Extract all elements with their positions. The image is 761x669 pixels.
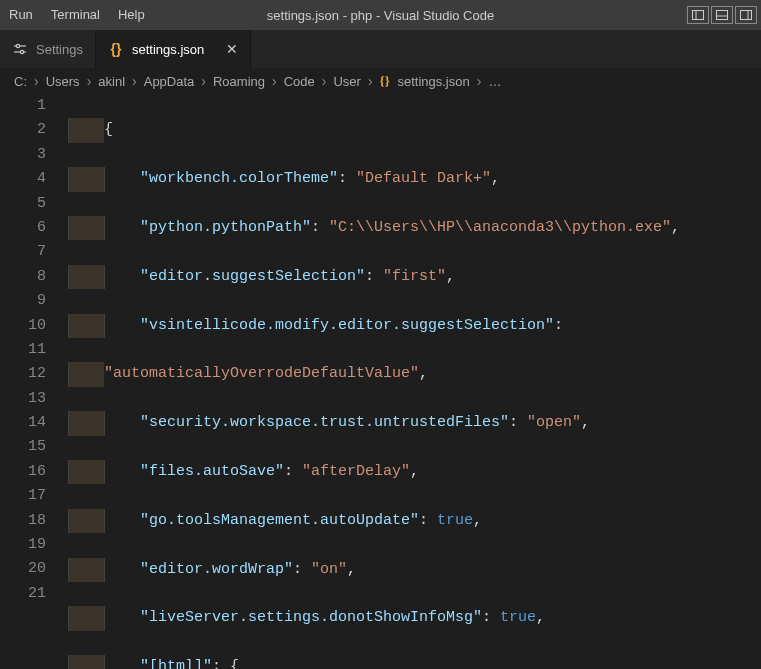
svg-point-7: [16, 44, 19, 47]
layout-btn-2[interactable]: [711, 6, 733, 24]
line-number: 3: [0, 143, 46, 167]
layout-btn-3[interactable]: [735, 6, 757, 24]
line-number: 18: [0, 509, 46, 533]
tab-label: Settings: [36, 42, 83, 57]
menu-bar: Run Terminal Help: [0, 0, 154, 30]
line-number: 5: [0, 192, 46, 216]
chevron-right-icon: ›: [82, 73, 97, 89]
layout-btn-1[interactable]: [687, 6, 709, 24]
line-number: 2: [0, 118, 46, 142]
line-number: 9: [0, 289, 46, 313]
svg-rect-0: [693, 11, 704, 20]
crumb-file[interactable]: settings.json: [397, 74, 469, 89]
line-number: 15: [0, 435, 46, 459]
line-number: 12: [0, 362, 46, 386]
crumb-c[interactable]: C:: [14, 74, 27, 89]
line-number: 20: [0, 557, 46, 581]
tab-label: settings.json: [132, 42, 204, 57]
menu-help[interactable]: Help: [109, 0, 154, 30]
json-braces-icon: {}: [108, 41, 124, 57]
crumb-user[interactable]: User: [333, 74, 360, 89]
breadcrumb: C:› Users› akinl› AppData› Roaming› Code…: [0, 68, 761, 94]
editor-area[interactable]: 1 2 3 4 5 6 7 8 9 10 11 12 13 14 15 16 1…: [0, 94, 761, 669]
chevron-right-icon: ›: [363, 73, 378, 89]
titlebar: Run Terminal Help settings.json - php - …: [0, 0, 761, 30]
window-controls: [687, 6, 761, 24]
line-number: 14: [0, 411, 46, 435]
line-number: 11: [0, 338, 46, 362]
window-title: settings.json - php - Visual Studio Code: [267, 8, 494, 23]
settings-sliders-icon: [12, 41, 28, 57]
line-number: 6: [0, 216, 46, 240]
line-number: 7: [0, 240, 46, 264]
close-tab-icon[interactable]: ✕: [226, 41, 238, 57]
line-gutter: 1 2 3 4 5 6 7 8 9 10 11 12 13 14 15 16 1…: [0, 94, 68, 669]
code-content[interactable]: { "workbench.colorTheme": "Default Dark+…: [68, 94, 680, 669]
crumb-users[interactable]: Users: [46, 74, 80, 89]
chevron-right-icon: ›: [472, 73, 487, 89]
chevron-right-icon: ›: [29, 73, 44, 89]
line-number: 13: [0, 387, 46, 411]
svg-point-9: [20, 50, 23, 53]
crumb-roaming[interactable]: Roaming: [213, 74, 265, 89]
tab-bar: Settings {} settings.json ✕: [0, 30, 761, 68]
line-number: 1: [0, 94, 46, 118]
line-number: 10: [0, 314, 46, 338]
crumb-more[interactable]: …: [488, 74, 501, 89]
chevron-right-icon: ›: [127, 73, 142, 89]
line-number: 19: [0, 533, 46, 557]
line-number: 8: [0, 265, 46, 289]
crumb-appdata[interactable]: AppData: [144, 74, 195, 89]
line-number: 21: [0, 582, 46, 606]
line-number: 16: [0, 460, 46, 484]
chevron-right-icon: ›: [267, 73, 282, 89]
line-number: 17: [0, 484, 46, 508]
line-number: 4: [0, 167, 46, 191]
crumb-akinl[interactable]: akinl: [98, 74, 125, 89]
svg-rect-4: [741, 11, 752, 20]
crumb-code[interactable]: Code: [284, 74, 315, 89]
tab-settings[interactable]: Settings: [0, 30, 96, 68]
chevron-right-icon: ›: [196, 73, 211, 89]
svg-rect-2: [717, 11, 728, 20]
menu-run[interactable]: Run: [0, 0, 42, 30]
tab-settings-json[interactable]: {} settings.json ✕: [96, 30, 251, 68]
chevron-right-icon: ›: [317, 73, 332, 89]
menu-terminal[interactable]: Terminal: [42, 0, 109, 30]
